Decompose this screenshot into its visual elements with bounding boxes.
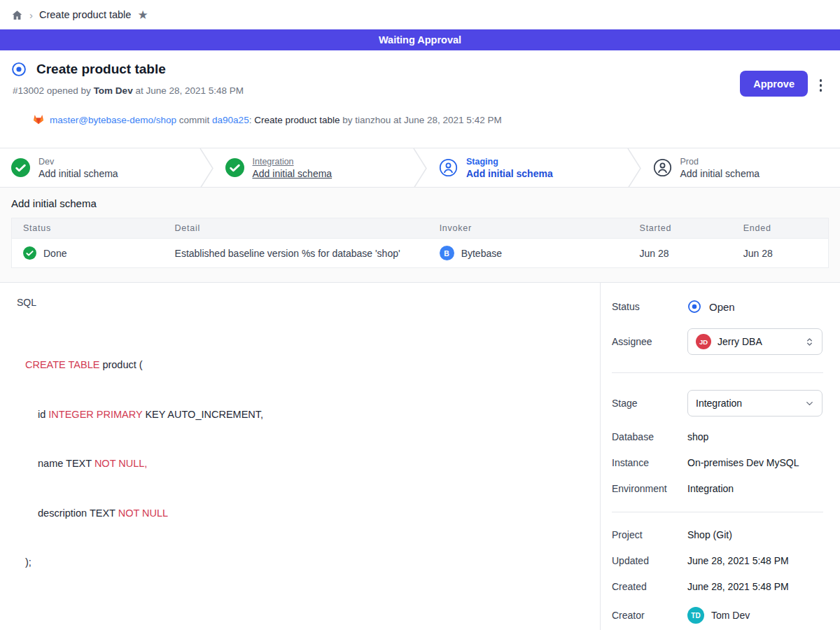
col-detail: Detail (164, 218, 428, 239)
person-circle-icon (653, 158, 672, 177)
environment-label: Environment (612, 483, 687, 494)
task-section: Add initial schema Status Detail Invoker… (0, 188, 840, 283)
col-status: Status (12, 218, 164, 239)
stage-env-label: Prod (680, 157, 760, 167)
star-icon[interactable]: ★ (137, 9, 148, 21)
check-circle-icon (225, 158, 244, 177)
stage-env-label: Staging (466, 157, 553, 167)
stage-separator (412, 148, 428, 187)
stage-env-label: Integration (253, 157, 332, 167)
issue-header: Create product table #13002 opened by To… (0, 50, 840, 148)
task-ended: Jun 28 (732, 239, 829, 268)
pipeline-stages: Dev Add initial schema Integration Add i… (0, 148, 840, 188)
app-root: › Create product table ★ Waiting Approva… (0, 0, 840, 630)
database-value: shop (687, 431, 708, 442)
creator-label: Creator (612, 610, 687, 621)
sql-statement: CREATE TABLE product ( id INTEGER PRIMAR… (25, 324, 589, 604)
home-icon[interactable] (11, 9, 23, 21)
updated-value: June 28, 2021 5:48 PM (687, 555, 789, 566)
sidebar-divider (612, 512, 823, 512)
task-table: Status Detail Invoker Started Ended Done (11, 218, 829, 268)
task-invoker: Bytebase (461, 248, 502, 259)
stage-value: Integration (696, 398, 798, 409)
page-title: Create product table (36, 62, 166, 77)
commit-line: master@bytebase-demo/shop commit da90a25… (11, 102, 829, 138)
issue-id: #13002 (13, 85, 44, 96)
breadcrumb: › Create product table ★ (0, 0, 840, 29)
stage-separator (626, 148, 642, 187)
task-detail: Established baseline version %s for data… (164, 239, 428, 268)
sql-label: SQL (17, 297, 589, 308)
col-ended: Ended (732, 218, 829, 239)
avatar: TD (687, 607, 704, 624)
assignee-select[interactable]: JD Jerry DBA (687, 328, 822, 355)
commit-hash-link[interactable]: da90a25 (212, 115, 249, 125)
stage-prod[interactable]: Prod Add initial schema (642, 148, 840, 187)
table-row[interactable]: Done Established baseline version %s for… (12, 239, 829, 268)
person-circle-icon (439, 158, 458, 177)
stage-task-label: Add initial schema (38, 168, 118, 179)
stage-staging[interactable]: Staging Add initial schema (428, 148, 626, 187)
check-circle-icon (23, 246, 36, 260)
stage-task-label: Add initial schema (253, 168, 332, 179)
status-value: Open (709, 301, 735, 313)
status-label: Status (612, 301, 687, 312)
avatar: B (440, 246, 454, 260)
col-started: Started (629, 218, 732, 239)
commit-message: Create product table (254, 115, 340, 125)
issue-author: Tom Dev (94, 85, 133, 96)
approve-button[interactable]: Approve (740, 71, 808, 97)
avatar: JD (696, 334, 711, 349)
environment-value: Integration (687, 483, 734, 494)
chevron-right-icon: › (29, 10, 33, 20)
commit-text: master@bytebase-demo/shop commit da90a25… (50, 115, 502, 125)
stage-select[interactable]: Integration (687, 390, 822, 416)
task-started: Jun 28 (629, 239, 732, 268)
updown-chevron-icon (804, 337, 815, 347)
breadcrumb-page: Create product table (39, 9, 131, 20)
assignee-label: Assignee (612, 336, 687, 347)
issue-open-icon (11, 62, 27, 77)
instance-label: Instance (612, 457, 687, 468)
created-label: Created (612, 581, 687, 592)
assignee-value: Jerry DBA (718, 336, 798, 347)
stage-separator (199, 148, 214, 187)
branch-repo-link[interactable]: master@bytebase-demo/shop (50, 115, 176, 125)
updated-label: Updated (612, 555, 687, 566)
open-status-icon (687, 300, 701, 314)
issue-sidebar: Status Open Assignee JD Jerry DBA Stage … (600, 283, 840, 630)
col-invoker: Invoker (428, 218, 629, 239)
stage-integration[interactable]: Integration Add initial schema (214, 148, 413, 187)
status-banner: Waiting Approval (0, 29, 840, 50)
stage-task-label: Add initial schema (680, 168, 760, 179)
chevron-down-icon (804, 398, 815, 409)
instance-value: On-premises Dev MySQL (687, 457, 799, 468)
gitlab-icon (11, 102, 45, 138)
issue-meta: #13002 opened by Tom Dev at June 28, 202… (13, 85, 829, 96)
stage-task-label: Add initial schema (466, 168, 553, 179)
database-label: Database (612, 431, 687, 442)
stage-env-label: Dev (38, 157, 118, 167)
status-banner-text: Waiting Approval (379, 34, 461, 46)
sidebar-divider (612, 372, 823, 373)
stage-dev[interactable]: Dev Add initial schema (0, 148, 199, 187)
project-value: Shop (Git) (687, 529, 732, 540)
created-value: June 28, 2021 5:48 PM (687, 581, 789, 592)
stage-label: Stage (612, 398, 687, 409)
issue-detail-panel: SQL CREATE TABLE product ( id INTEGER PR… (0, 283, 600, 630)
creator-value: Tom Dev (711, 610, 750, 621)
task-status: Done (43, 248, 66, 259)
project-label: Project (612, 529, 687, 540)
task-section-title: Add initial schema (11, 197, 829, 209)
check-circle-icon (11, 158, 30, 177)
more-actions-icon[interactable] (817, 76, 825, 94)
